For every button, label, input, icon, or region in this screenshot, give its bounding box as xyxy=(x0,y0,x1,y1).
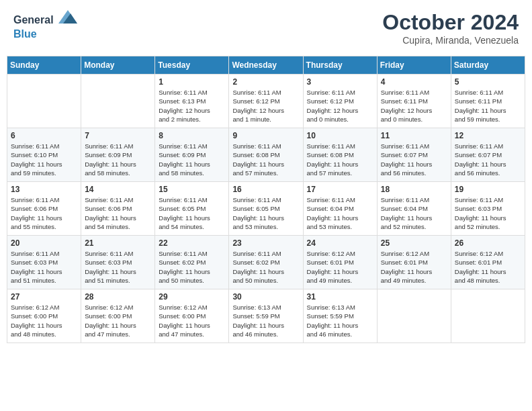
day-header-monday: Monday xyxy=(81,56,155,75)
day-info: Sunrise: 6:11 AM Sunset: 6:06 PM Dayligh… xyxy=(85,195,151,231)
day-header-thursday: Thursday xyxy=(303,56,377,75)
day-info: Sunrise: 6:11 AM Sunset: 6:04 PM Dayligh… xyxy=(381,195,447,231)
day-number: 14 xyxy=(85,185,151,194)
day-number: 11 xyxy=(381,131,447,140)
calendar-cell xyxy=(81,75,155,128)
day-number: 30 xyxy=(232,292,299,302)
day-info: Sunrise: 6:12 AM Sunset: 6:00 PM Dayligh… xyxy=(85,303,151,338)
day-info: Sunrise: 6:11 AM Sunset: 6:11 PM Dayligh… xyxy=(455,88,521,124)
day-number: 23 xyxy=(232,238,299,248)
calendar-cell xyxy=(451,289,525,343)
day-number: 5 xyxy=(455,77,521,87)
calendar-cell: 31Sunrise: 6:13 AM Sunset: 5:59 PM Dayli… xyxy=(303,289,377,343)
day-info: Sunrise: 6:11 AM Sunset: 6:02 PM Dayligh… xyxy=(159,249,225,285)
day-number: 8 xyxy=(159,131,225,140)
calendar-cell: 5Sunrise: 6:11 AM Sunset: 6:11 PM Daylig… xyxy=(451,75,525,128)
logo-icon xyxy=(58,10,77,24)
day-number: 12 xyxy=(455,131,521,140)
day-info: Sunrise: 6:12 AM Sunset: 6:00 PM Dayligh… xyxy=(11,303,77,338)
day-info: Sunrise: 6:11 AM Sunset: 6:10 PM Dayligh… xyxy=(11,142,77,177)
day-number: 17 xyxy=(307,185,373,194)
week-row-4: 20Sunrise: 6:11 AM Sunset: 6:03 PM Dayli… xyxy=(7,236,525,289)
calendar-table: SundayMondayTuesdayWednesdayThursdayFrid… xyxy=(7,56,525,343)
day-header-wednesday: Wednesday xyxy=(229,56,303,75)
calendar-cell: 27Sunrise: 6:12 AM Sunset: 6:00 PM Dayli… xyxy=(7,289,81,343)
calendar-cell: 4Sunrise: 6:11 AM Sunset: 6:11 PM Daylig… xyxy=(377,75,451,128)
day-info: Sunrise: 6:12 AM Sunset: 6:01 PM Dayligh… xyxy=(381,249,447,285)
day-number: 25 xyxy=(381,238,447,248)
calendar-cell: 2Sunrise: 6:11 AM Sunset: 6:12 PM Daylig… xyxy=(229,75,303,128)
day-info: Sunrise: 6:11 AM Sunset: 6:05 PM Dayligh… xyxy=(232,195,299,231)
calendar-cell: 10Sunrise: 6:11 AM Sunset: 6:08 PM Dayli… xyxy=(303,128,377,182)
day-info: Sunrise: 6:11 AM Sunset: 6:03 PM Dayligh… xyxy=(455,195,521,231)
day-info: Sunrise: 6:11 AM Sunset: 6:07 PM Dayligh… xyxy=(455,142,521,177)
calendar-cell: 21Sunrise: 6:11 AM Sunset: 6:03 PM Dayli… xyxy=(81,236,155,289)
day-number: 1 xyxy=(159,77,225,87)
day-number: 15 xyxy=(159,185,225,194)
day-number: 27 xyxy=(11,292,77,302)
week-row-1: 1Sunrise: 6:11 AM Sunset: 6:13 PM Daylig… xyxy=(7,75,525,128)
location-text: Cupira, Miranda, Venezuela xyxy=(382,35,519,46)
day-header-tuesday: Tuesday xyxy=(155,56,229,75)
day-info: Sunrise: 6:11 AM Sunset: 6:03 PM Dayligh… xyxy=(11,249,77,285)
day-number: 19 xyxy=(455,185,521,194)
calendar-cell: 1Sunrise: 6:11 AM Sunset: 6:13 PM Daylig… xyxy=(155,75,229,128)
day-number: 6 xyxy=(11,131,77,140)
header-row: SundayMondayTuesdayWednesdayThursdayFrid… xyxy=(7,56,525,75)
day-number: 7 xyxy=(85,131,151,140)
title-section: October 2024 Cupira, Miranda, Venezuela xyxy=(382,10,519,46)
day-number: 18 xyxy=(381,185,447,194)
calendar-cell: 13Sunrise: 6:11 AM Sunset: 6:06 PM Dayli… xyxy=(7,182,81,236)
day-header-saturday: Saturday xyxy=(451,56,525,75)
calendar-cell: 25Sunrise: 6:12 AM Sunset: 6:01 PM Dayli… xyxy=(377,236,451,289)
calendar-cell: 11Sunrise: 6:11 AM Sunset: 6:07 PM Dayli… xyxy=(377,128,451,182)
logo: General Blue xyxy=(13,10,77,41)
day-header-friday: Friday xyxy=(377,56,451,75)
day-info: Sunrise: 6:11 AM Sunset: 6:13 PM Dayligh… xyxy=(159,88,225,124)
calendar-cell: 6Sunrise: 6:11 AM Sunset: 6:10 PM Daylig… xyxy=(7,128,81,182)
calendar-cell: 14Sunrise: 6:11 AM Sunset: 6:06 PM Dayli… xyxy=(81,182,155,236)
day-number: 4 xyxy=(381,77,447,87)
day-info: Sunrise: 6:11 AM Sunset: 6:12 PM Dayligh… xyxy=(232,88,299,124)
calendar-cell: 18Sunrise: 6:11 AM Sunset: 6:04 PM Dayli… xyxy=(377,182,451,236)
day-number: 3 xyxy=(307,77,373,87)
calendar-cell xyxy=(377,289,451,343)
logo-blue-text: Blue xyxy=(13,28,37,40)
page-header: General Blue October 2024 Cupira, Mirand… xyxy=(7,7,525,49)
day-number: 20 xyxy=(11,238,77,248)
day-header-sunday: Sunday xyxy=(7,56,81,75)
day-number: 21 xyxy=(85,238,151,248)
calendar-cell: 3Sunrise: 6:11 AM Sunset: 6:12 PM Daylig… xyxy=(303,75,377,128)
week-row-2: 6Sunrise: 6:11 AM Sunset: 6:10 PM Daylig… xyxy=(7,128,525,182)
calendar-cell: 30Sunrise: 6:13 AM Sunset: 5:59 PM Dayli… xyxy=(229,289,303,343)
day-info: Sunrise: 6:11 AM Sunset: 6:08 PM Dayligh… xyxy=(307,142,373,177)
day-info: Sunrise: 6:11 AM Sunset: 6:09 PM Dayligh… xyxy=(85,142,151,177)
calendar-cell: 12Sunrise: 6:11 AM Sunset: 6:07 PM Dayli… xyxy=(451,128,525,182)
day-info: Sunrise: 6:11 AM Sunset: 6:02 PM Dayligh… xyxy=(232,249,299,285)
calendar-cell: 15Sunrise: 6:11 AM Sunset: 6:05 PM Dayli… xyxy=(155,182,229,236)
day-info: Sunrise: 6:11 AM Sunset: 6:07 PM Dayligh… xyxy=(381,142,447,177)
calendar-cell: 19Sunrise: 6:11 AM Sunset: 6:03 PM Dayli… xyxy=(451,182,525,236)
day-number: 29 xyxy=(159,292,225,302)
day-info: Sunrise: 6:13 AM Sunset: 5:59 PM Dayligh… xyxy=(232,303,299,338)
calendar-cell: 23Sunrise: 6:11 AM Sunset: 6:02 PM Dayli… xyxy=(229,236,303,289)
day-number: 28 xyxy=(85,292,151,302)
day-info: Sunrise: 6:11 AM Sunset: 6:08 PM Dayligh… xyxy=(232,142,299,177)
day-number: 2 xyxy=(232,77,299,87)
calendar-cell: 17Sunrise: 6:11 AM Sunset: 6:04 PM Dayli… xyxy=(303,182,377,236)
day-number: 16 xyxy=(232,185,299,194)
calendar-cell: 9Sunrise: 6:11 AM Sunset: 6:08 PM Daylig… xyxy=(229,128,303,182)
day-number: 13 xyxy=(11,185,77,194)
day-number: 31 xyxy=(307,292,373,302)
week-row-5: 27Sunrise: 6:12 AM Sunset: 6:00 PM Dayli… xyxy=(7,289,525,343)
calendar-cell: 22Sunrise: 6:11 AM Sunset: 6:02 PM Dayli… xyxy=(155,236,229,289)
week-row-3: 13Sunrise: 6:11 AM Sunset: 6:06 PM Dayli… xyxy=(7,182,525,236)
day-info: Sunrise: 6:12 AM Sunset: 6:01 PM Dayligh… xyxy=(307,249,373,285)
day-info: Sunrise: 6:11 AM Sunset: 6:11 PM Dayligh… xyxy=(381,88,447,124)
day-info: Sunrise: 6:11 AM Sunset: 6:06 PM Dayligh… xyxy=(11,195,77,231)
calendar-cell: 20Sunrise: 6:11 AM Sunset: 6:03 PM Dayli… xyxy=(7,236,81,289)
day-number: 10 xyxy=(307,131,373,140)
calendar-cell: 7Sunrise: 6:11 AM Sunset: 6:09 PM Daylig… xyxy=(81,128,155,182)
day-number: 24 xyxy=(307,238,373,248)
calendar-cell: 28Sunrise: 6:12 AM Sunset: 6:00 PM Dayli… xyxy=(81,289,155,343)
